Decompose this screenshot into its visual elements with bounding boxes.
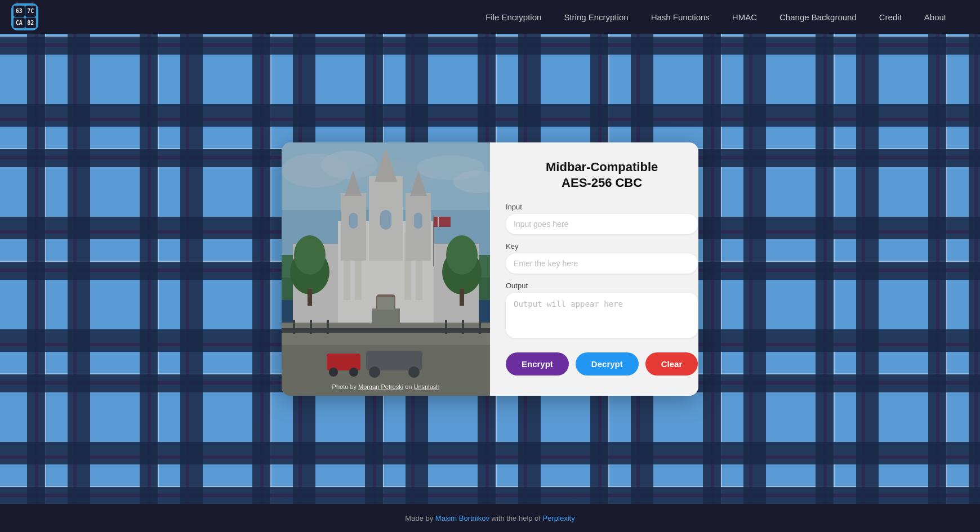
photo-author-link[interactable]: Morgan Petroski bbox=[358, 383, 403, 390]
nav-string-encryption[interactable]: String Encryption bbox=[564, 12, 628, 22]
card-form: Midbar-Compatible AES-256 CBC Input Key … bbox=[490, 142, 698, 396]
key-label: Key bbox=[506, 242, 698, 251]
footer-tool-link[interactable]: Perplexity bbox=[543, 514, 575, 522]
logo-cell-4: 82 bbox=[25, 17, 37, 29]
decrypt-button[interactable]: Decrypt bbox=[576, 352, 639, 375]
footer-author-link[interactable]: Maxim Bortnikov bbox=[435, 514, 489, 522]
navbar: 63 7C CA 82 File Encryption String Encry… bbox=[0, 0, 980, 34]
key-field[interactable] bbox=[506, 253, 698, 274]
photo-credit: Photo by Morgan Petroski on Unsplash bbox=[282, 383, 490, 390]
input-group: Input bbox=[506, 203, 698, 234]
card-image: Photo by Morgan Petroski on Unsplash bbox=[282, 142, 490, 396]
nav-about[interactable]: About bbox=[924, 12, 946, 22]
input-field[interactable] bbox=[506, 214, 698, 234]
input-label: Input bbox=[506, 203, 698, 211]
logo-cell-3: CA bbox=[14, 17, 25, 29]
buttons-row: Encrypt Decrypt Clear bbox=[506, 352, 698, 375]
nav-links: File Encryption String Encryption Hash F… bbox=[485, 12, 946, 22]
nav-file-encryption[interactable]: File Encryption bbox=[485, 12, 541, 22]
footer: Made by Maxim Bortnikov with the help of… bbox=[0, 504, 980, 532]
nav-hmac[interactable]: HMAC bbox=[732, 12, 757, 22]
nav-credit[interactable]: Credit bbox=[879, 12, 902, 22]
output-group: Output bbox=[506, 281, 698, 340]
nav-change-background[interactable]: Change Background bbox=[779, 12, 857, 22]
clear-button[interactable]: Clear bbox=[645, 352, 698, 375]
logo-cell-2: 7C bbox=[25, 6, 37, 17]
card: Photo by Morgan Petroski on Unsplash Mid… bbox=[282, 142, 698, 396]
photo-platform-link[interactable]: Unsplash bbox=[414, 383, 440, 390]
output-label: Output bbox=[506, 281, 698, 290]
logo[interactable]: 63 7C CA 82 bbox=[11, 3, 38, 30]
logo-cell-1: 63 bbox=[14, 6, 25, 17]
output-field[interactable] bbox=[506, 293, 698, 338]
svg-rect-52 bbox=[282, 142, 490, 396]
key-group: Key bbox=[506, 242, 698, 274]
nav-hash-functions[interactable]: Hash Functions bbox=[651, 12, 710, 22]
footer-text: Made by Maxim Bortnikov with the help of… bbox=[405, 514, 574, 522]
main-content: Photo by Morgan Petroski on Unsplash Mid… bbox=[0, 34, 980, 504]
encrypt-button[interactable]: Encrypt bbox=[506, 352, 569, 375]
card-title: Midbar-Compatible AES-256 CBC bbox=[506, 159, 698, 191]
